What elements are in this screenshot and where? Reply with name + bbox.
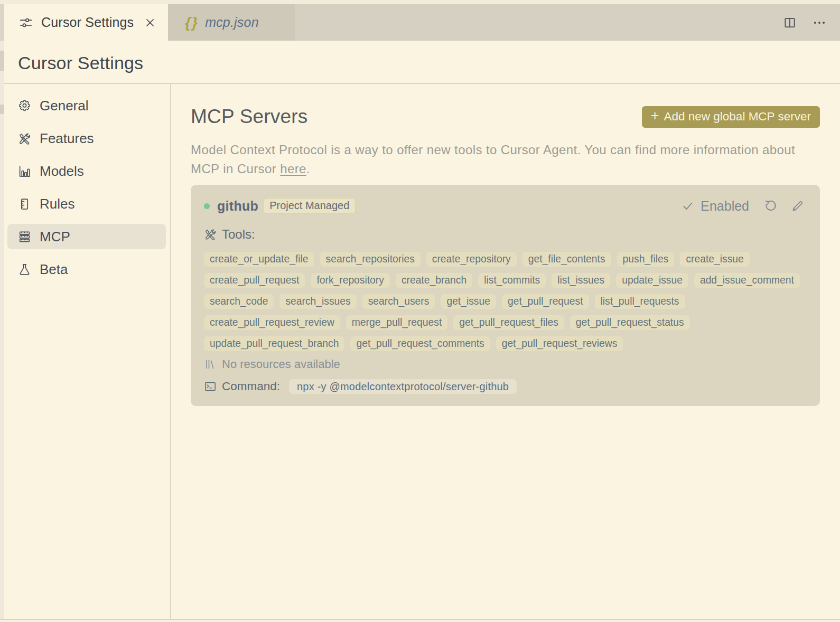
library-icon <box>204 358 217 371</box>
close-icon[interactable] <box>136 16 156 29</box>
tool-chip: push_files <box>617 252 675 267</box>
sidebar-item-label: Models <box>40 163 84 180</box>
settings-header: Cursor Settings <box>4 41 840 83</box>
mcp-settings-panel: MCP Servers + Add new global MCP server … <box>171 84 840 619</box>
resources-row: No resources available <box>204 357 804 371</box>
tool-chip: get_pull_request_reviews <box>496 336 623 351</box>
add-button-label: Add new global MCP server <box>664 110 811 124</box>
sidebar-item-general[interactable]: General <box>7 89 166 122</box>
tab-label: mcp.json <box>205 15 259 30</box>
tool-chip: fork_repository <box>311 273 390 288</box>
settings-sidebar: General Features Models <box>4 84 170 619</box>
tool-chip: list_pull_requests <box>595 294 685 309</box>
tab-label: Cursor Settings <box>41 15 134 30</box>
sidebar-item-mcp[interactable]: MCP <box>7 224 166 249</box>
command-label: Command: <box>222 380 280 393</box>
tool-chip: get_pull_request <box>502 294 589 309</box>
sliders-icon <box>19 16 33 30</box>
tool-chip-row: create_pull_request_reviewmerge_pull_req… <box>204 315 804 330</box>
tool-chip: search_repositories <box>320 252 421 267</box>
tool-chip: search_users <box>362 294 435 309</box>
tool-chip: update_issue <box>616 273 688 288</box>
sidebar-item-rules[interactable]: Rules <box>7 187 166 220</box>
enabled-label: Enabled <box>701 199 749 214</box>
tool-chip: get_pull_request_files <box>453 315 564 330</box>
server-name: github <box>217 199 258 214</box>
beaker-icon <box>18 263 31 276</box>
sidebar-item-models[interactable]: Models <box>7 155 166 187</box>
resources-label: No resources available <box>222 357 340 371</box>
tools-row: Tools: <box>204 227 804 242</box>
tool-chip-row: create_or_update_filesearch_repositories… <box>204 252 804 267</box>
tool-chip: create_repository <box>426 252 517 267</box>
terminal-icon <box>204 380 217 393</box>
tab-cursor-settings[interactable]: Cursor Settings <box>4 4 168 41</box>
tools-icon <box>204 228 217 241</box>
more-actions-icon[interactable] <box>813 16 826 30</box>
mcp-server-card: github Project Managed Enabled <box>191 185 820 406</box>
tool-chip: update_pull_request_branch <box>204 336 344 351</box>
tool-chip: list_issues <box>552 273 610 288</box>
tools-label: Tools: <box>222 227 255 242</box>
tab-bar-left-edge <box>0 4 4 41</box>
editor-tab-bar: Cursor Settings { } mcp.json <box>0 4 840 41</box>
sidebar-item-label: Rules <box>40 196 74 212</box>
left-edge-sliver <box>0 41 4 619</box>
tool-chip-row: create_pull_requestfork_repositorycreate… <box>204 273 804 288</box>
plus-icon: + <box>651 108 659 124</box>
command-row: Command: npx -y @modelcontextprotocol/se… <box>204 379 804 394</box>
sidebar-item-beta[interactable]: Beta <box>7 253 166 286</box>
check-icon <box>682 200 694 212</box>
tool-chip: get_file_contents <box>522 252 611 267</box>
status-bar-strip <box>0 620 840 622</box>
enabled-toggle[interactable]: Enabled <box>682 199 749 214</box>
sidebar-item-label: General <box>40 98 89 114</box>
tool-chip: add_issue_comment <box>694 273 800 288</box>
tab-bar-actions <box>783 4 840 41</box>
refresh-icon[interactable] <box>763 199 777 213</box>
tool-chip-list: create_or_update_filesearch_repositories… <box>204 252 804 351</box>
status-dot <box>204 203 210 209</box>
ruler-icon <box>18 197 31 211</box>
page-title: MCP Servers <box>191 106 308 128</box>
server-card-header: github Project Managed Enabled <box>204 198 804 214</box>
tools-icon <box>18 132 31 145</box>
command-value: npx -y @modelcontextprotocol/server-gith… <box>289 379 517 394</box>
tool-chip: create_issue <box>680 252 749 267</box>
tool-chip: search_code <box>204 294 274 309</box>
here-link[interactable]: here <box>280 162 306 176</box>
window-top-strip <box>0 0 840 4</box>
tool-chip: create_branch <box>396 273 472 288</box>
project-managed-badge: Project Managed <box>263 198 356 214</box>
tool-chip-row: search_codesearch_issuessearch_usersget_… <box>204 294 804 309</box>
page-title: Cursor Settings <box>18 50 143 73</box>
tool-chip: create_pull_request <box>204 273 305 288</box>
tool-chip: get_pull_request_comments <box>350 336 490 351</box>
bar-chart-icon <box>18 165 31 178</box>
tool-chip: merge_pull_request <box>346 315 447 330</box>
server-stack-icon <box>18 230 31 243</box>
sidebar-item-label: Features <box>40 130 94 147</box>
settings-body: General Features Models <box>4 84 840 619</box>
tool-chip: get_issue <box>441 294 496 309</box>
mcp-description: Model Context Protocol is a way to offer… <box>191 140 820 178</box>
sidebar-item-features[interactable]: Features <box>7 122 166 155</box>
tool-chip: search_issues <box>279 294 356 309</box>
tool-chip-row: update_pull_request_branchget_pull_reque… <box>204 336 804 351</box>
tab-mcp-json[interactable]: { } mcp.json <box>168 4 295 41</box>
edit-icon[interactable] <box>791 200 804 213</box>
sidebar-item-label: MCP <box>40 229 70 245</box>
sidebar-item-label: Beta <box>40 261 68 278</box>
gear-icon <box>18 99 31 112</box>
json-braces-icon: { } <box>185 15 198 30</box>
add-global-mcp-server-button[interactable]: + Add new global MCP server <box>642 106 820 128</box>
tool-chip: list_commits <box>478 273 546 288</box>
split-editor-icon[interactable] <box>783 16 797 30</box>
tool-chip: create_or_update_file <box>204 252 314 267</box>
tool-chip: get_pull_request_status <box>570 315 690 330</box>
tool-chip: create_pull_request_review <box>204 315 340 330</box>
